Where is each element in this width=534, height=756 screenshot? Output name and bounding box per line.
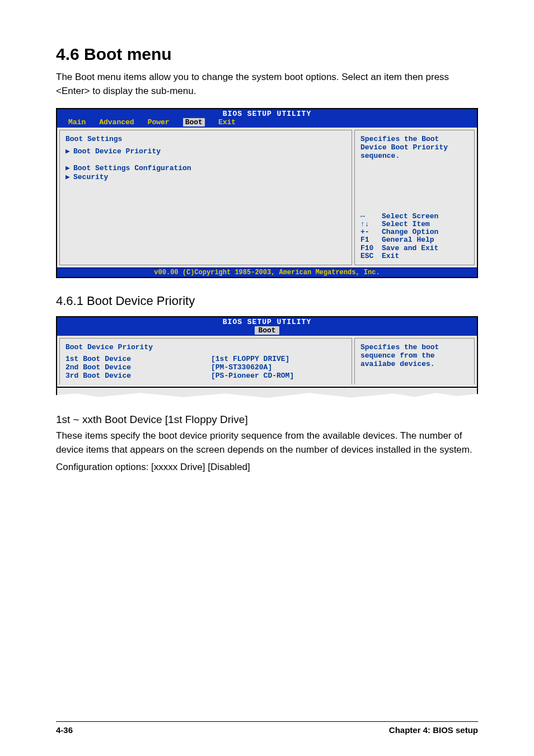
- help-row: +-Change Option: [360, 228, 469, 236]
- section-intro: The Boot menu items allow you to change …: [56, 71, 478, 98]
- help-row: ↔Select Screen: [360, 213, 469, 220]
- key-label: ESC: [360, 252, 376, 260]
- bios-menu-item-label: Boot Settings Configuration: [73, 164, 191, 172]
- key-action: General Help: [382, 236, 434, 244]
- key-label: +-: [360, 228, 376, 236]
- help-row: ↑↓Select Item: [360, 220, 469, 228]
- bios-left-heading: Boot Settings: [65, 135, 346, 143]
- bios-tab-advanced[interactable]: Advanced: [99, 118, 134, 126]
- triangle-right-icon: ▶: [65, 172, 73, 181]
- page-footer: 4-36 Chapter 4: BIOS setup: [56, 721, 478, 735]
- bios-tab-power[interactable]: Power: [148, 118, 170, 126]
- key-action: Save and Exit: [382, 245, 438, 252]
- bios-tab-boot[interactable]: Boot: [183, 118, 205, 126]
- item-paragraph: These items specify the boot device prio…: [56, 429, 478, 457]
- key-label: ↔: [360, 213, 376, 220]
- page-number: 4-36: [56, 725, 73, 735]
- section-title: 4.6 Boot menu: [56, 45, 478, 64]
- bios-panel-boot-device-priority: BIOS SETUP UTILITY Boot Boot Device Prio…: [56, 316, 478, 388]
- bios-device-value: [1st FLOPPY DRIVE]: [211, 355, 289, 363]
- bios-boot-device-1[interactable]: 1st Boot Device [1st FLOPPY DRIVE]: [65, 355, 346, 363]
- key-action: Change Option: [382, 228, 438, 236]
- bios-left-pane: Boot Device Priority 1st Boot Device [1s…: [59, 338, 352, 384]
- bios-tabs: Main Advanced Power Boot Exit: [57, 118, 477, 128]
- bios-menu-item-boot-device-priority[interactable]: ▶ Boot Device Priority: [65, 147, 346, 156]
- bios-title: BIOS SETUP UTILITY: [57, 318, 477, 326]
- key-action: Select Item: [382, 220, 430, 228]
- bios-header: BIOS SETUP UTILITY Main Advanced Power B…: [57, 108, 477, 128]
- bios-device-label: 1st Boot Device: [65, 355, 211, 363]
- bios-tab-main[interactable]: Main: [68, 118, 86, 126]
- item-config-options: Configuration options: [xxxxx Drive] [Di…: [56, 461, 478, 475]
- bios-footer: v00.00 (C)Copyright 1985-2003, American …: [57, 267, 477, 277]
- bios-device-label: 2nd Boot Device: [65, 363, 211, 372]
- bios-header: BIOS SETUP UTILITY Boot: [57, 316, 477, 336]
- key-label: F10: [360, 245, 376, 252]
- document-page: 4.6 Boot menu The Boot menu items allow …: [0, 0, 534, 756]
- bios-device-value: [PM-ST330620A]: [211, 363, 272, 372]
- help-row: ESCExit: [360, 252, 469, 260]
- bios-device-value: [PS-Pioneer CD-ROM]: [211, 372, 294, 380]
- key-action: Exit: [382, 252, 399, 260]
- item-title: 1st ~ xxth Boot Device [1st Floppy Drive…: [56, 414, 478, 426]
- bios-right-pane: Specifies the boot sequence from the ava…: [354, 338, 475, 384]
- help-row: F10Save and Exit: [360, 245, 469, 252]
- bios-tab-boot[interactable]: Boot: [255, 326, 279, 335]
- bios-menu-item-boot-settings-config[interactable]: ▶ Boot Settings Configuration: [65, 163, 346, 172]
- bios-help-text: Specifies the boot sequence from the ava…: [360, 343, 469, 368]
- bios-left-pane: Boot Settings ▶ Boot Device Priority ▶ B…: [59, 130, 352, 265]
- triangle-right-icon: ▶: [65, 163, 73, 172]
- triangle-right-icon: ▶: [65, 147, 73, 156]
- bios-tab-exit[interactable]: Exit: [218, 118, 236, 126]
- chapter-label: Chapter 4: BIOS setup: [389, 725, 478, 735]
- key-action: Select Screen: [382, 213, 438, 220]
- bios-left-heading: Boot Device Priority: [65, 343, 346, 351]
- help-row: F1General Help: [360, 236, 469, 244]
- bios-body: Boot Settings ▶ Boot Device Priority ▶ B…: [57, 128, 477, 267]
- torn-edge-icon: [56, 388, 478, 398]
- key-label: F1: [360, 236, 376, 244]
- bios-device-label: 3rd Boot Device: [65, 372, 211, 380]
- bios-right-pane: Specifies the Boot Device Boot Priority …: [354, 130, 475, 265]
- subsection-title: 4.6.1 Boot Device Priority: [56, 294, 478, 308]
- bios-boot-device-2[interactable]: 2nd Boot Device [PM-ST330620A]: [65, 363, 346, 372]
- bios-help-keys: ↔Select Screen ↑↓Select Item +-Change Op…: [360, 213, 469, 261]
- bios-boot-device-3[interactable]: 3rd Boot Device [PS-Pioneer CD-ROM]: [65, 372, 346, 380]
- bios-menu-item-label: Security: [73, 173, 108, 181]
- bios-panel-boot-menu: BIOS SETUP UTILITY Main Advanced Power B…: [56, 108, 478, 278]
- bios-title: BIOS SETUP UTILITY: [57, 110, 477, 118]
- bios-body: Boot Device Priority 1st Boot Device [1s…: [57, 336, 477, 387]
- key-label: ↑↓: [360, 220, 376, 228]
- bios-help-text: Specifies the Boot Device Boot Priority …: [360, 135, 469, 160]
- bios-menu-item-label: Boot Device Priority: [73, 147, 161, 156]
- bios-menu-item-security[interactable]: ▶ Security: [65, 172, 346, 181]
